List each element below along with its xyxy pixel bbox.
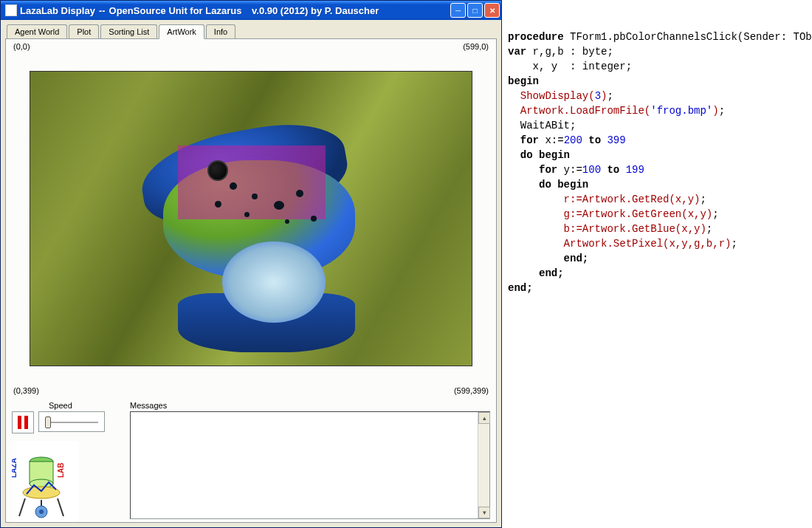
- coord-top-right: (599,0): [463, 42, 489, 51]
- speed-label: Speed: [49, 401, 123, 410]
- color-swap-patch: [178, 145, 326, 219]
- svg-line-5: [58, 498, 63, 516]
- scroll-down-icon[interactable]: ▾: [478, 507, 490, 518]
- app-icon: [5, 4, 17, 16]
- messages-panel: Messages ▴ ▾: [130, 401, 490, 519]
- tab-artwork[interactable]: ArtWork: [159, 24, 204, 39]
- scroll-up-icon[interactable]: ▴: [478, 412, 490, 424]
- pause-icon: [24, 416, 28, 429]
- artwork-canvas[interactable]: [30, 71, 472, 366]
- code-editor[interactable]: procedure TForm1.pbColorChannelsClick(Se…: [502, 0, 812, 528]
- scrollbar-vertical[interactable]: ▴ ▾: [478, 412, 489, 518]
- lazalab-logo: LAZA LAB: [12, 441, 78, 522]
- application-window: LazaLab Display -- OpenSource Unit for L…: [0, 0, 502, 528]
- pause-button[interactable]: [12, 411, 34, 433]
- tab-agent-world[interactable]: Agent World: [7, 24, 67, 38]
- tab-plot[interactable]: Plot: [69, 24, 99, 38]
- tab-content: (0,0) (599,0): [5, 38, 497, 523]
- messages-label: Messages: [130, 401, 490, 410]
- maximize-button[interactable]: □: [467, 3, 483, 18]
- titlebar-controls: ─ □ ✕: [450, 3, 500, 18]
- logo-text-lab: LAB: [57, 462, 65, 478]
- coord-top-left: (0,0): [13, 42, 30, 51]
- coord-bottom-right: (599,399): [454, 386, 489, 395]
- slider-thumb[interactable]: [45, 416, 51, 428]
- controls-panel: Speed LAZA LAB: [12, 401, 123, 519]
- client-area: Agent World Plot Sorting List ArtWork In…: [1, 20, 501, 527]
- coord-bottom-left: (0,399): [13, 386, 39, 395]
- svg-line-4: [19, 498, 25, 516]
- slider-track: [45, 422, 98, 423]
- tab-info[interactable]: Info: [206, 24, 235, 38]
- tab-sorting-list[interactable]: Sorting List: [100, 24, 157, 38]
- messages-textarea[interactable]: ▴ ▾: [130, 411, 490, 519]
- titlebar[interactable]: LazaLab Display -- OpenSource Unit for L…: [1, 1, 501, 20]
- coord-bottom-row: (0,399) (599,399): [12, 386, 490, 395]
- tab-strip: Agent World Plot Sorting List ArtWork In…: [5, 24, 497, 38]
- bottom-panel: Speed LAZA LAB: [12, 401, 490, 519]
- close-button[interactable]: ✕: [484, 3, 500, 18]
- minimize-button[interactable]: ─: [450, 3, 466, 18]
- logo-text-laza: LAZA: [12, 458, 18, 478]
- coord-top-row: (0,0) (599,0): [12, 42, 490, 51]
- frog-image-eye: [207, 160, 228, 181]
- frog-image-belly: [222, 241, 326, 323]
- svg-point-8: [39, 510, 44, 514]
- canvas-container: [12, 51, 490, 386]
- speed-slider[interactable]: [38, 411, 105, 432]
- pause-icon: [18, 416, 21, 429]
- window-title: LazaLab Display -- OpenSource Unit for L…: [20, 5, 450, 16]
